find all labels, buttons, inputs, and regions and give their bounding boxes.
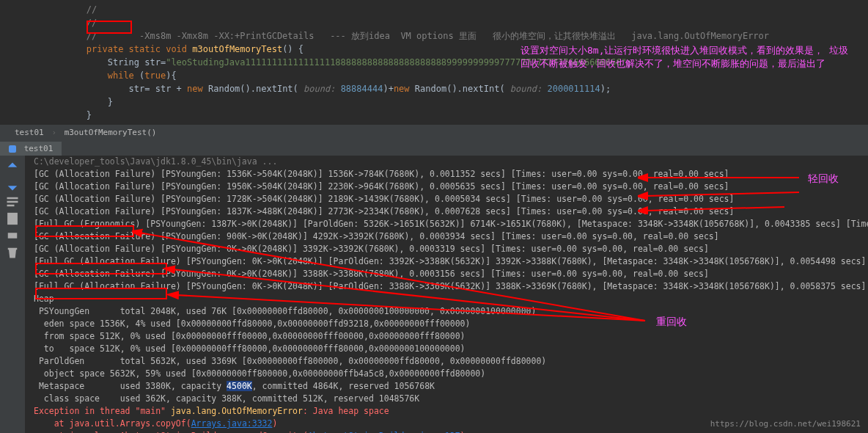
svg-rect-2 xyxy=(7,205,15,207)
gc-line: [GC (Allocation Failure) [PSYoungGen: 19… xyxy=(28,181,868,193)
heap-header: Heap xyxy=(28,293,868,305)
arrow-down-icon[interactable] xyxy=(5,178,20,192)
heap-line: PSYoungGen total 2048K, used 76K [0x0000… xyxy=(28,305,868,318)
gc-line: [Full GC (Ergonomics) [PSYoungGen: 1387K… xyxy=(28,218,868,230)
gc-line: [GC (Allocation Failure) [PSYoungGen: 90… xyxy=(28,230,868,243)
code-line: } xyxy=(0,95,868,109)
console-output[interactable]: C:\developer_tools\Java\jdk1.8.0_45\bin\… xyxy=(0,156,868,433)
export-icon[interactable] xyxy=(5,211,20,226)
gc-line: [GC (Allocation Failure) [PSYoungGen: 18… xyxy=(28,205,868,218)
svg-rect-1 xyxy=(7,201,18,203)
breadcrumb-separator: › xyxy=(51,128,56,137)
code-line: // -Xms8m -Xmx8m -XX:+PrintGCDetails ---… xyxy=(0,29,868,43)
code-line: while (true){ xyxy=(0,69,868,82)
gc-line: [GC (Allocation Failure) [PSYoungGen: 0K… xyxy=(28,243,868,255)
print-icon[interactable] xyxy=(5,228,20,243)
annotation-label: 重回收 xyxy=(656,316,687,329)
heap-line: class space used 362K, capacity 388K, co… xyxy=(28,393,868,405)
breadcrumb-item[interactable]: m3outOfMemoryTest() xyxy=(65,128,157,137)
watermark: https://blog.csdn.net/wei198621 xyxy=(710,419,861,429)
heap-line: eden space 1536K, 4% used [0x00000000ffd… xyxy=(28,318,868,330)
exception-line: Exception in thread "main" java.lang.Out… xyxy=(28,405,868,418)
heap-line: Metaspace used 3380K, capacity 4500K, co… xyxy=(28,380,868,393)
svg-rect-4 xyxy=(8,233,18,239)
console-path: C:\developer_tools\Java\jdk1.8.0_45\bin\… xyxy=(28,156,868,168)
heap-line: object space 5632K, 59% used [0x00000000… xyxy=(28,368,868,380)
svg-rect-3 xyxy=(8,214,18,225)
code-editor[interactable]: // // // -Xms8m -Xmx8m -XX:+PrintGCDetai… xyxy=(0,0,868,125)
wrap-icon[interactable] xyxy=(5,194,20,209)
tab-test01[interactable]: test01 xyxy=(0,142,62,156)
gc-line: [Full GC (Allocation Failure) [PSYoungGe… xyxy=(28,280,868,293)
heap-line: from space 512K, 0% used [0x00000000fff0… xyxy=(28,330,868,343)
heap-line: ParOldGen total 5632K, used 3369K [0x000… xyxy=(28,355,868,368)
code-line: // xyxy=(0,3,868,16)
tab-bar: test01 xyxy=(0,140,868,156)
gc-line: [GC (Allocation Failure) [PSYoungGen: 17… xyxy=(28,193,868,205)
trash-icon[interactable] xyxy=(5,245,20,260)
tab-label: test01 xyxy=(24,144,54,153)
breadcrumb[interactable]: test01 › m3outOfMemoryTest() xyxy=(0,125,868,140)
heap-line: to space 512K, 0% used [0x00000000fff800… xyxy=(28,343,868,355)
console-toolbar xyxy=(0,156,25,433)
gc-line: [Full GC (Allocation Failure) [PSYoungGe… xyxy=(28,255,868,268)
breadcrumb-item[interactable]: test01 xyxy=(15,128,44,137)
code-line: // xyxy=(0,16,868,29)
file-icon xyxy=(9,145,16,153)
arrow-up-icon[interactable] xyxy=(5,161,20,175)
svg-rect-0 xyxy=(7,197,18,200)
code-line: } xyxy=(0,109,868,122)
gc-line: [GC (Allocation Failure) [PSYoungGen: 15… xyxy=(28,168,868,181)
code-line: str= str + new Random().nextInt( bound: … xyxy=(0,82,868,95)
annotation-text: 设置对空间大小8m,让运行时环境很快进入堆回收模式，看到的效果是， 垃圾回收不断… xyxy=(521,44,858,70)
annotation-label: 轻回收 xyxy=(808,172,839,186)
gc-line: [GC (Allocation Failure) [PSYoungGen: 0K… xyxy=(28,268,868,280)
stack-line: at java.lang.AbstractStringBuilder.expan… xyxy=(28,430,868,433)
